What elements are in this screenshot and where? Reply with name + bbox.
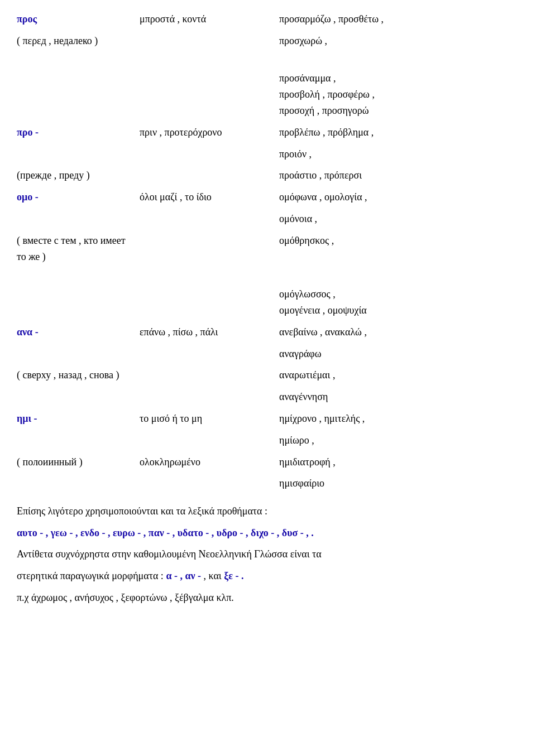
col1-imi-3: ( полоиинный ) <box>17 454 140 470</box>
examples-ana: ανεβαίνω , ανακαλώ , <box>279 326 367 338</box>
col3-omo-2: ομόνοια , <box>279 211 519 227</box>
col2-ana: επάνω , πίσω , πάλι <box>140 324 279 340</box>
entry-ana-4: αναγέννηση <box>17 389 519 405</box>
col3-imi-4: ημισφαίριο <box>279 475 519 492</box>
bottom-text3: Αντίθετα συχνόχρηστα στην καθομιλουμένη … <box>17 548 322 560</box>
col1-omo-3: ( вместе с тем , кто имеет то же ) <box>17 233 140 265</box>
bottom-line5: π.χ άχρωμος , ανήσυχος , ξεφορτώνω , ξέβ… <box>17 589 519 606</box>
prefix-ana: ανα - <box>17 326 39 338</box>
bottom-line2: αυτο - , γεω - , ενδο - , ευρω - , παν -… <box>17 524 519 542</box>
col3-ana: ανεβαίνω , ανακαλώ , <box>279 324 519 340</box>
examples-pros-2: προσχωρώ , <box>279 35 327 46</box>
col2-omo: όλοι μαζί , το ίδιο <box>140 189 279 205</box>
col1-omo: ομο - <box>17 189 140 205</box>
russian-omo: ( вместе с тем , кто имеет то же ) <box>17 235 126 262</box>
an-prefix: αν - <box>185 570 203 581</box>
col2-imi-3: ολοκληρωμένο <box>140 454 279 470</box>
col1-pros-2: ( περεд , недалеко ) <box>17 33 140 49</box>
examples-omo: ομόφωνα , ομολογία , <box>279 191 367 203</box>
col3-imi-3: ημιδιατροφή , <box>279 454 519 470</box>
col3-omo: ομόφωνα , ομολογία , <box>279 189 519 205</box>
prefix-pros: προς <box>17 13 37 25</box>
entry-ana-2: αναγράφω <box>17 346 519 362</box>
examples-imi: ημίχρονο , ημιτελής , <box>279 413 365 424</box>
meaning-omo: όλοι μαζί , το ίδιο <box>140 191 212 203</box>
examples-ana-4: αναγέννηση <box>279 391 328 402</box>
col1-pros: προς <box>17 11 140 27</box>
entry-omo: ομο - όλοι μαζί , το ίδιο ομόφωνα , ομολ… <box>17 189 519 205</box>
col3-pro-3: προάστιο , πρόπερσι <box>279 167 519 184</box>
examples-ana-2: αναγράφω <box>279 348 322 359</box>
entry-imi-2: ημίωρο , <box>17 432 519 449</box>
col2-pros: μπροστά , κοντά <box>140 11 279 27</box>
russian-imi: ( полоиинный ) <box>17 456 83 468</box>
entry-omo-4: ομόγλωσσος , ομογένεια , ομοψυχία <box>17 270 519 318</box>
col3-pros: προσαρμόζω , προσθέτω , <box>279 11 519 27</box>
alpha-prefix: α - , <box>166 570 185 581</box>
examples-omo-2: ομόνοια , <box>279 213 317 224</box>
entry-ana-3: ( сверху , назад , снова ) αναρωτιέμαι , <box>17 367 519 383</box>
entry-omo-3: ( вместе с тем , кто имеет то же ) ομόθρ… <box>17 233 519 265</box>
col3-pros-3: προσάναμμα , προσβολή , προσφέρω , προσο… <box>279 55 519 119</box>
russian-pros: ( περεд , недалеко ) <box>17 35 98 46</box>
col3-ana-3: αναρωτιέμαι , <box>279 367 519 383</box>
entry-omo-2: ομόνοια , <box>17 211 519 227</box>
col3-omo-3: ομόθρησκος , <box>279 233 519 249</box>
bottom-line3: Αντίθετα συχνόχρηστα στην καθομιλουμένη … <box>17 546 519 563</box>
meaning-imi-3: ολοκληρωμένο <box>140 456 200 468</box>
prefix-pro: προ - <box>17 127 39 138</box>
entry-imi-3: ( полоиинный ) ολοκληρωμένο ημιδιατροφή … <box>17 454 519 470</box>
col1-ana: ανα - <box>17 324 140 340</box>
examples-imi-2: ημίωρο , <box>279 435 314 446</box>
main-content: προς μπροστά , κοντά προσαρμόζω , προσθέ… <box>17 11 519 606</box>
entry-pros: προς μπροστά , κοντά προσαρμόζω , προσθέ… <box>17 11 519 27</box>
bottom-line1: Επίσης λιγότερο χρησιμοποιούνται και τα … <box>17 503 519 520</box>
entry-pro-2: προιόν , <box>17 146 519 162</box>
entry-imi: ημι - το μισό ή το μη ημίχρονο , ημιτελή… <box>17 411 519 427</box>
col1-pro: προ - <box>17 124 140 141</box>
col3-imi-2: ημίωρο , <box>279 432 519 449</box>
entry-imi-4: ημισφαίριο <box>17 475 519 492</box>
examples-omo-3: ομόθρησκος , <box>279 235 334 246</box>
meaning-pro: πριν , προτερόχρονο <box>140 127 222 138</box>
col3-pro-2: προιόν , <box>279 146 519 162</box>
bottom-text5: π.χ άχρωμος , ανήσυχος , ξεφορτώνω , ξέβ… <box>17 592 234 603</box>
meaning-imi: το μισό ή το μη <box>140 413 202 424</box>
col3-pros-2: προσχωρώ , <box>279 33 519 49</box>
examples-pro-2: προιόν , <box>279 148 312 160</box>
col3-ana-4: αναγέννηση <box>279 389 519 405</box>
meaning-pros: μπροστά , κοντά <box>140 13 206 25</box>
meaning-ana: επάνω , πίσω , πάλι <box>140 326 218 338</box>
col1-pro-3: (прежде , преду ) <box>17 167 140 184</box>
xe-prefix: ξε - . <box>224 570 243 581</box>
bottom-text1: Επίσης λιγότερο χρησιμοποιούνται και τα … <box>17 505 267 517</box>
examples-pros: προσαρμόζω , προσθέτω , <box>279 13 384 25</box>
entry-pro-3: (прежде , преду ) προάστιο , πρόπερσι <box>17 167 519 184</box>
bottom-section: Επίσης λιγότερο χρησιμοποιούνται και τα … <box>17 503 519 606</box>
entry-pros-2: ( περεд , недалеко ) προσχωρώ , <box>17 33 519 49</box>
col3-ana-2: αναγράφω <box>279 346 519 362</box>
examples-pros-3: προσάναμμα , προσβολή , προσφέρω , προσο… <box>279 73 375 116</box>
col1-imi: ημι - <box>17 411 140 427</box>
examples-ana-3: αναρωτιέμαι , <box>279 369 335 381</box>
examples-pro-3: προάστιο , πρόπερσι <box>279 170 362 181</box>
examples-omo-4: ομόγλωσσος , ομογένεια , ομοψυχία <box>279 288 367 316</box>
russian-pro: (прежде , преду ) <box>17 170 90 181</box>
bottom-line4: στερητικά παραγωγικά μορφήματα : α - , α… <box>17 567 519 585</box>
col1-ana-3: ( сверху , назад , снова ) <box>17 367 140 383</box>
col2-pro: πριν , προτερόχρονο <box>140 124 279 141</box>
prefix-omo: ομο - <box>17 191 39 203</box>
col3-imi: ημίχρονο , ημιτελής , <box>279 411 519 427</box>
col3-omo-4: ομόγλωσσος , ομογένεια , ομοψυχία <box>279 270 519 318</box>
entry-ana: ανα - επάνω , πίσω , πάλι ανεβαίνω , ανα… <box>17 324 519 340</box>
bottom-text2-blue: αυτο - , γεω - , ενδο - , ευρω - , παν -… <box>17 527 314 538</box>
examples-imi-3: ημιδιατροφή , <box>279 456 336 468</box>
col2-imi: το μισό ή το μη <box>140 411 279 427</box>
examples-imi-4: ημισφαίριο <box>279 478 324 489</box>
entry-pro: προ - πριν , προτερόχρονο προβλέπω , πρό… <box>17 124 519 141</box>
col3-pro: προβλέπω , πρόβλημα , <box>279 124 519 141</box>
entry-pros-3: προσάναμμα , προσβολή , προσφέρω , προσο… <box>17 55 519 119</box>
examples-pro: προβλέπω , πρόβλημα , <box>279 127 374 138</box>
prefix-imi: ημι - <box>17 413 37 424</box>
russian-ana: ( сверху , назад , снова ) <box>17 369 119 381</box>
